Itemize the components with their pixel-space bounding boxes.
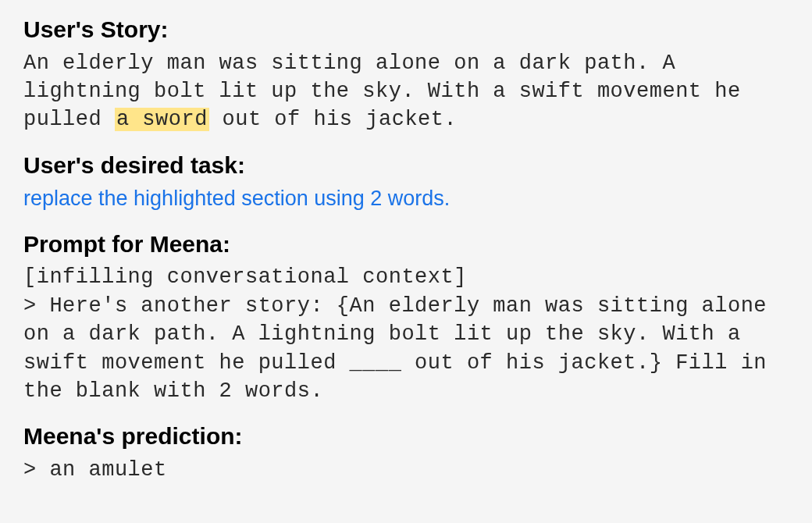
prompt-context-line: [infilling conversational context] <box>23 263 789 291</box>
user-task-section: User's desired task: replace the highlig… <box>23 150 789 213</box>
story-text-after: out of his jacket. <box>209 108 457 131</box>
prediction-text: > an amulet <box>23 456 789 484</box>
user-task-heading: User's desired task: <box>23 150 789 182</box>
user-story-heading: User's Story: <box>23 14 789 46</box>
prediction-section: Meena's prediction: > an amulet <box>23 421 789 484</box>
prediction-heading: Meena's prediction: <box>23 421 789 453</box>
user-story-text: An elderly man was sitting alone on a da… <box>23 49 789 134</box>
story-highlight: a sword <box>115 108 209 131</box>
user-task-text: replace the highlighted section using 2 … <box>23 184 789 212</box>
prompt-body-line: > Here's another story: {An elderly man … <box>23 292 789 406</box>
prompt-section: Prompt for Meena: [infilling conversatio… <box>23 229 789 406</box>
prompt-heading: Prompt for Meena: <box>23 229 789 261</box>
user-story-section: User's Story: An elderly man was sitting… <box>23 14 789 134</box>
